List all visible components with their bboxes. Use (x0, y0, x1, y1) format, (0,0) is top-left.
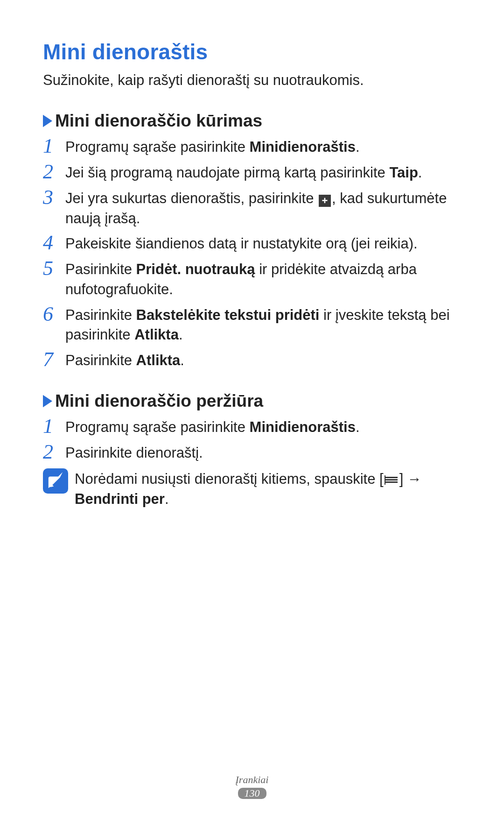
step-number: 7 (43, 349, 65, 370)
step-item: 5 Pasirinkite Pridėt. nuotrauką ir pridė… (43, 258, 462, 300)
step-text: Jei yra sukurtas dienoraštis, pasirinkit… (65, 187, 462, 229)
step-item: 7 Pasirinkite Atlikta. (43, 349, 462, 371)
chevron-right-icon (43, 115, 52, 127)
intro-text: Sužinokite, kaip rašyti dienoraštį su nu… (43, 71, 462, 90)
note-icon (43, 468, 68, 494)
step-text: Pasirinkite Pridėt. nuotrauką ir pridėki… (65, 258, 462, 300)
step-text: Jei šią programą naudojate pirmą kartą p… (65, 161, 422, 183)
menu-icon (385, 475, 399, 485)
step-number: 2 (43, 161, 65, 183)
footer-category: Įrankiai (0, 774, 504, 786)
step-number: 3 (43, 187, 65, 208)
step-text: Pasirinkite dienoraštį. (65, 441, 203, 463)
step-item: 3 Jei yra sukurtas dienoraštis, pasirink… (43, 187, 462, 229)
step-number: 1 (43, 416, 65, 437)
note-block: Norėdami nusiųsti dienoraštį kitiems, sp… (43, 468, 462, 509)
step-item: 2 Pasirinkite dienoraštį. (43, 441, 462, 463)
step-text: Pasirinkite Atlikta. (65, 349, 184, 371)
steps-list-create: 1 Programų sąraše pasirinkite Minidienor… (43, 135, 462, 371)
section-title: Mini dienoraščio peržiūra (55, 391, 263, 411)
section-title: Mini dienoraščio kūrimas (55, 111, 262, 131)
step-number: 5 (43, 258, 65, 279)
step-text: Pasirinkite Bakstelėkite tekstui pridėti… (65, 304, 462, 346)
section-heading-view: Mini dienoraščio peržiūra (43, 391, 462, 411)
step-text: Programų sąraše pasirinkite Minidienoraš… (65, 135, 360, 157)
document-page: Mini dienoraštis Sužinokite, kaip rašyti… (0, 0, 504, 509)
section-heading-create: Mini dienoraščio kūrimas (43, 111, 462, 131)
step-text: Pakeiskite šiandienos datą ir nustatykit… (65, 232, 418, 254)
steps-list-view: 1 Programų sąraše pasirinkite Minidienor… (43, 416, 462, 463)
step-number: 4 (43, 232, 65, 254)
plus-icon: + (319, 195, 331, 207)
step-item: 1 Programų sąraše pasirinkite Minidienor… (43, 416, 462, 438)
step-item: 4 Pakeiskite šiandienos datą ir nustatyk… (43, 232, 462, 254)
step-number: 2 (43, 441, 65, 463)
page-number: 130 (238, 788, 266, 799)
step-item: 2 Jei šią programą naudojate pirmą kartą… (43, 161, 462, 183)
step-number: 6 (43, 304, 65, 325)
note-text: Norėdami nusiųsti dienoraštį kitiems, sp… (75, 468, 422, 509)
step-text: Programų sąraše pasirinkite Minidienoraš… (65, 416, 360, 438)
chevron-right-icon (43, 395, 52, 407)
step-item: 1 Programų sąraše pasirinkite Minidienor… (43, 135, 462, 157)
step-number: 1 (43, 135, 65, 157)
page-footer: Įrankiai 130 (0, 774, 504, 799)
page-title: Mini dienoraštis (43, 39, 462, 64)
step-item: 6 Pasirinkite Bakstelėkite tekstui pridė… (43, 304, 462, 346)
